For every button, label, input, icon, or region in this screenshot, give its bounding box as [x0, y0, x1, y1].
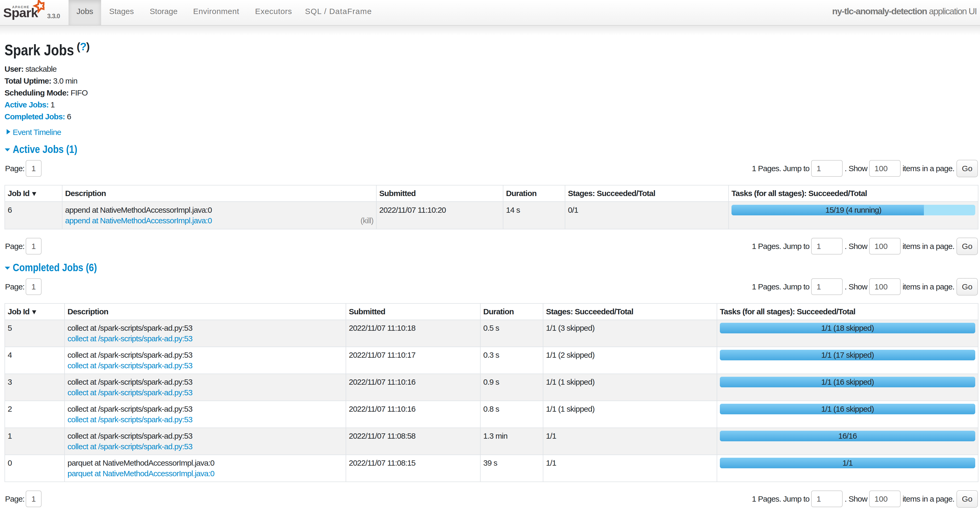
svg-text:Spark: Spark [4, 6, 38, 20]
